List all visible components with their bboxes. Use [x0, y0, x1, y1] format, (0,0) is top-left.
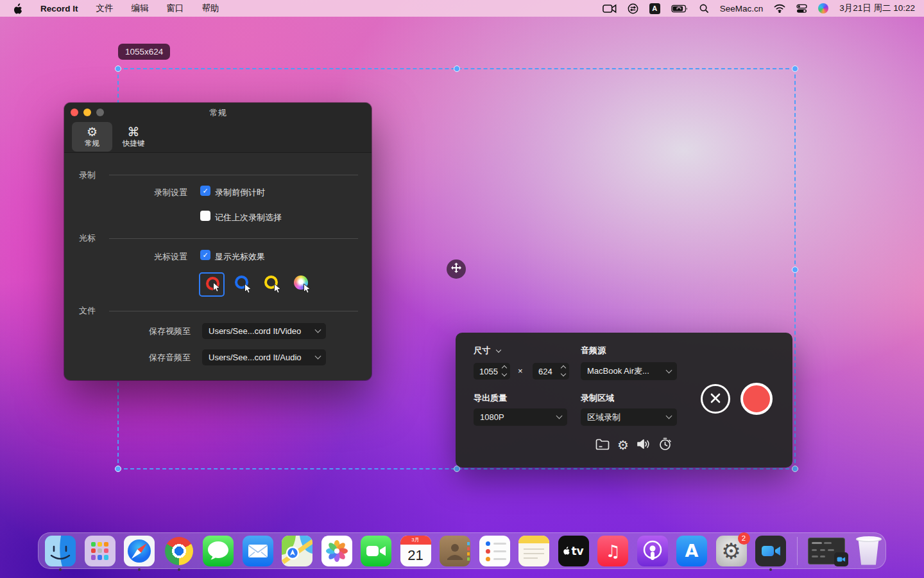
- section-recording: 录制: [79, 170, 96, 181]
- selection-size-badge: 1055x624: [118, 44, 170, 60]
- save-audio-dropdown[interactable]: Users/See...cord It/Audio: [202, 349, 326, 365]
- screen-record-status-icon[interactable]: [603, 4, 617, 13]
- times-symbol: ×: [518, 366, 523, 376]
- siri-icon[interactable]: [818, 3, 828, 13]
- remember-checkbox[interactable]: [200, 211, 210, 221]
- speaker-button[interactable]: [637, 438, 651, 452]
- cursor-style-red-ring[interactable]: [199, 272, 225, 297]
- control-center-icon[interactable]: [796, 4, 807, 13]
- wifi-icon[interactable]: [774, 4, 785, 13]
- divider: [109, 311, 358, 311]
- dock-reminders-icon[interactable]: [479, 536, 510, 566]
- cursor-effect-checkbox[interactable]: ✓: [200, 250, 210, 260]
- minimized-settings-window[interactable]: [808, 538, 845, 565]
- selection-move-handle[interactable]: [447, 259, 466, 279]
- recording-settings-label: 录制设置: [103, 187, 187, 198]
- dock-mail-icon[interactable]: [243, 536, 273, 566]
- dock-notes-icon[interactable]: [518, 536, 549, 566]
- record-area-dropdown[interactable]: 区域录制: [581, 408, 677, 426]
- chevron-down-icon: [666, 367, 672, 374]
- dock-trash-icon[interactable]: [854, 536, 884, 566]
- menubar-app-name[interactable]: Record It: [40, 4, 78, 13]
- calendar-month: 3月: [400, 536, 431, 545]
- dock-system-preferences-icon[interactable]: ⚙ 2: [716, 536, 747, 566]
- dock-calendar-icon[interactable]: 3月 21: [400, 536, 431, 566]
- export-quality-label: 导出质量: [474, 392, 507, 404]
- dock-appstore-icon[interactable]: A: [676, 536, 707, 566]
- menu-edit[interactable]: 编辑: [132, 3, 149, 14]
- cursor-style-yellow-ring[interactable]: [259, 272, 284, 297]
- dock-podcasts-icon[interactable]: [637, 536, 668, 566]
- save-audio-label: 保存音频至: [106, 352, 191, 363]
- dock-facetime-icon[interactable]: [361, 536, 391, 566]
- audio-source-dropdown[interactable]: MacBook Air麦...: [581, 362, 677, 380]
- music-note-icon: ♫: [597, 536, 628, 566]
- dock-launchpad-icon[interactable]: [85, 536, 116, 566]
- window-title: 常规: [64, 107, 372, 119]
- dock-photos-icon[interactable]: [321, 536, 352, 566]
- command-icon: ⌘: [128, 125, 140, 138]
- settings-button[interactable]: ⚙: [617, 437, 629, 453]
- remember-label: 记住上次录制选择: [215, 212, 282, 223]
- start-recording-button[interactable]: [740, 383, 773, 415]
- menu-file[interactable]: 文件: [96, 3, 114, 14]
- open-folder-button[interactable]: [595, 438, 610, 452]
- chevron-down-icon: [315, 327, 321, 333]
- selection-handle-nw[interactable]: [115, 66, 121, 72]
- dock-divider: [797, 537, 798, 565]
- width-stepper[interactable]: 1055: [474, 363, 510, 380]
- dock-contacts-icon[interactable]: [440, 536, 470, 566]
- chevron-down-icon: [666, 413, 672, 419]
- sync-status-icon[interactable]: [628, 3, 638, 14]
- countdown-checkbox[interactable]: ✓: [200, 186, 210, 196]
- menu-window[interactable]: 窗口: [167, 3, 184, 14]
- dock-chrome-icon[interactable]: [164, 536, 194, 566]
- desktop: 1055x624 Record It 文件 编辑 窗口 帮助: [0, 0, 924, 578]
- cursor-style-rainbow[interactable]: [288, 272, 314, 297]
- selection-handle-e[interactable]: [792, 267, 798, 273]
- chevron-down-icon: [315, 353, 321, 360]
- section-files: 文件: [79, 305, 96, 317]
- export-quality-dropdown[interactable]: 1080P: [474, 408, 567, 426]
- tab-general[interactable]: ⚙ 常规: [72, 122, 112, 152]
- selection-handle-se[interactable]: [792, 466, 798, 472]
- stepper-arrows-icon[interactable]: [502, 366, 506, 376]
- selection-handle-n[interactable]: [454, 66, 460, 72]
- dock-finder-icon[interactable]: [45, 536, 76, 566]
- spotlight-search-icon[interactable]: [699, 4, 709, 13]
- calendar-day: 21: [400, 545, 431, 566]
- height-stepper[interactable]: 624: [533, 363, 569, 380]
- dock-messages-icon[interactable]: [203, 536, 234, 566]
- chevron-down-icon: [556, 413, 563, 419]
- close-icon: [709, 392, 722, 407]
- appstore-letter: A: [676, 536, 707, 566]
- dock-maps-icon[interactable]: [282, 536, 312, 566]
- input-method-icon[interactable]: A: [649, 3, 660, 14]
- save-video-dropdown[interactable]: Users/See...cord It/Video: [202, 323, 326, 339]
- dock: 3月 21: [38, 532, 886, 569]
- size-dropdown-label[interactable]: 尺寸: [474, 345, 501, 356]
- dock-music-icon[interactable]: ♫: [597, 536, 628, 566]
- dock-appletv-icon[interactable]: tv: [558, 536, 589, 566]
- window-titlebar[interactable]: 常规 ⚙ 常规 ⌘ 快捷键: [64, 103, 372, 153]
- section-cursor: 光标: [79, 232, 96, 244]
- tab-shortcuts[interactable]: ⌘ 快捷键: [115, 122, 152, 152]
- menu-help[interactable]: 帮助: [202, 3, 219, 14]
- cursor-effect-label: 显示光标效果: [215, 251, 265, 263]
- timer-button[interactable]: [658, 437, 672, 453]
- dock-safari-icon[interactable]: [124, 536, 155, 566]
- cancel-recording-button[interactable]: [701, 384, 730, 414]
- appletv-label: tv: [571, 545, 583, 557]
- cursor-arrow-icon: [244, 283, 252, 296]
- selection-handle-ne[interactable]: [792, 66, 798, 72]
- menubar-clock[interactable]: 3月21日 周二 10:22: [839, 3, 915, 14]
- stepper-arrows-icon[interactable]: [561, 366, 565, 376]
- dock-record-it-icon[interactable]: [755, 536, 786, 566]
- cursor-style-blue-ring[interactable]: [229, 272, 255, 297]
- check-icon: ✓: [202, 251, 208, 259]
- vpn-menu-item[interactable]: SeeMac.cn: [720, 4, 764, 13]
- record-area-label: 录制区域: [581, 392, 614, 404]
- selection-handle-sw[interactable]: [115, 466, 121, 472]
- apple-menu-icon[interactable]: [13, 3, 22, 14]
- battery-icon[interactable]: [671, 4, 689, 13]
